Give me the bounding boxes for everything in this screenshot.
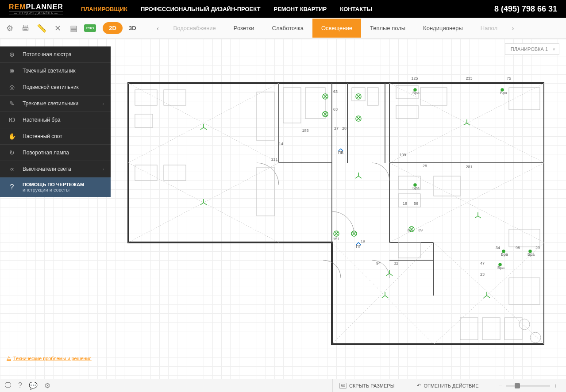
- tools-icon[interactable]: ✕: [52, 23, 63, 34]
- tab-floor[interactable]: Напол: [472, 19, 506, 38]
- tab-lowvoltage[interactable]: Слаботочка: [263, 19, 312, 38]
- tech-problems-link[interactable]: Технические проблемы и решения: [7, 355, 92, 361]
- sidebar-label: Подвесной светильник: [23, 84, 79, 90]
- sidebar-wall-spot[interactable]: ✋ Настенный спот: [0, 128, 111, 145]
- print-icon[interactable]: 🖶: [20, 23, 31, 34]
- svg-line-59: [358, 176, 362, 178]
- floorplan[interactable]: 125 233 75 63 63 185 27 28 14 111 109 28…: [124, 74, 544, 362]
- svg-line-56: [467, 123, 470, 125]
- wallspot-icon: ✋: [7, 133, 17, 140]
- dim-39: 39: [418, 228, 423, 232]
- dim-109: 109: [399, 153, 406, 157]
- nav-design[interactable]: ПРОФЕССИОНАЛЬНЫЙ ДИЗАЙН-ПРОЕКТ: [141, 6, 260, 12]
- svg-rect-30: [305, 88, 325, 119]
- svg-point-46: [519, 319, 530, 330]
- switch-icon: ∝: [7, 165, 17, 173]
- main-nav: ПЛАНИРОВЩИК ПРОФЕССИОНАЛЬНЫЙ ДИЗАЙН-ПРОЕ…: [81, 6, 372, 12]
- sidebar-spotlight[interactable]: ⊗ Точечный светильник: [0, 63, 111, 79]
- dim-23: 23: [480, 272, 485, 277]
- tab-water[interactable]: Водоснабжение: [165, 19, 225, 38]
- label-bra4: Бра: [501, 252, 508, 257]
- svg-line-50: [204, 127, 207, 130]
- svg-rect-45: [509, 278, 540, 304]
- sidebar-label: Поворотная лампа: [23, 150, 69, 156]
- nav-contacts[interactable]: КОНТАКТЫ: [340, 6, 372, 12]
- svg-rect-36: [509, 88, 540, 110]
- dim-32: 32: [394, 261, 398, 265]
- chandelier-icon: ⊛: [7, 51, 17, 58]
- nav-planner[interactable]: ПЛАНИРОВЩИК: [81, 6, 127, 12]
- sidebar-label: Настенный бра: [23, 117, 61, 123]
- sidebar-help[interactable]: ? ПОМОЩЬ ПО ЧЕРТЕЖАМ инструкции и советы: [0, 177, 111, 197]
- svg-line-58: [355, 176, 358, 178]
- sidebar-swivel[interactable]: ↻ Поворотная лампа: [0, 145, 111, 161]
- settings-icon[interactable]: ⚙: [4, 23, 15, 34]
- svg-line-67: [484, 296, 487, 298]
- dim-19: 19: [361, 239, 365, 243]
- logo[interactable]: REMPLANNER — СТУДИЯ ДИЗАЙНА —: [9, 3, 63, 15]
- sidebar-pendant[interactable]: ◎ Подвесной светильник: [0, 79, 111, 96]
- svg-point-47: [530, 332, 541, 343]
- dim-63b: 63: [333, 107, 338, 111]
- undo-button[interactable]: ↶ ОТМЕНИТЬ ДЕЙСТВИЕ: [410, 379, 485, 392]
- view-2d-button[interactable]: 2D: [103, 22, 123, 34]
- sidebar-track[interactable]: ✎ Трековые светильники ›: [0, 96, 111, 112]
- sidebar-switches[interactable]: ∝ Выключатели света ›: [0, 161, 111, 177]
- dim-125: 125: [411, 76, 418, 81]
- dim-56: 56: [414, 201, 418, 206]
- zoom-slider[interactable]: [506, 385, 550, 387]
- svg-line-49: [200, 127, 204, 130]
- phone-number[interactable]: 8 (495) 798 66 31: [494, 4, 557, 14]
- dim-98: 98: [516, 246, 520, 250]
- tabs-left-arrow[interactable]: ‹: [151, 25, 165, 32]
- sidebar-label: Трековые светильники: [23, 100, 78, 107]
- gear-footer-icon[interactable]: ⚙: [44, 381, 50, 390]
- logo-planner: PLANNER: [26, 3, 63, 11]
- hide-dimensions-button[interactable]: 80 СКРЫТЬ РАЗМЕРЫ: [332, 379, 401, 392]
- zoom-in-button[interactable]: +: [554, 382, 557, 389]
- svg-line-68: [487, 296, 490, 298]
- dim-27: 27: [334, 126, 339, 131]
- monitor-icon[interactable]: 🖵: [4, 381, 12, 390]
- toolbar: ⚙ 🖶 📏 ✕ ▤ PRO 2D 3D ‹ Водоснабжение Розе…: [0, 18, 566, 39]
- zoom-out-button[interactable]: −: [499, 382, 502, 389]
- layers-icon[interactable]: ▤: [68, 23, 79, 34]
- sidebar-label: Настенный спот: [23, 133, 62, 139]
- svg-rect-29: [283, 88, 301, 123]
- svg-rect-28: [257, 167, 274, 216]
- tab-sockets[interactable]: Розетки: [225, 19, 263, 38]
- label-bra6: Бра: [497, 265, 504, 270]
- sidebar-label: Выключатели света: [23, 166, 71, 172]
- label-bra1: Бра: [412, 91, 420, 95]
- sidebar-chandelier[interactable]: ⊛ Потолочная люстра: [0, 46, 111, 63]
- track-icon: ✎: [7, 100, 17, 107]
- dim-28b: 28: [423, 164, 427, 168]
- tab-ac[interactable]: Кондиционеры: [414, 19, 472, 38]
- svg-rect-43: [482, 318, 500, 340]
- logo-subtitle: — СТУДИЯ ДИЗАЙНА —: [9, 11, 63, 15]
- nav-repair[interactable]: РЕМОНТ КВАРТИР: [273, 6, 327, 12]
- svg-rect-25: [257, 92, 274, 141]
- pendant-icon: ◎: [7, 84, 17, 91]
- layout-dropdown[interactable]: ПЛАНИРОВКА 1: [505, 43, 559, 55]
- sidebar-bra[interactable]: Ю Настенный бра: [0, 112, 111, 128]
- dim-281: 281: [466, 165, 472, 169]
- undo-label: ОТМЕНИТЬ ДЕЙСТВИЕ: [424, 383, 478, 388]
- dim-75: 75: [507, 76, 511, 81]
- svg-rect-22: [135, 90, 157, 105]
- dim-111: 111: [271, 157, 277, 161]
- pro-badge[interactable]: PRO: [84, 24, 96, 32]
- ruler-icon[interactable]: 📏: [36, 23, 47, 34]
- view-3d-button[interactable]: 3D: [123, 22, 142, 34]
- dim-233: 233: [466, 76, 472, 81]
- label-bra5: Бра: [527, 252, 535, 257]
- svg-rect-44: [504, 318, 522, 340]
- tab-lighting[interactable]: Освещение: [312, 19, 361, 38]
- plan-tabs: ‹ Водоснабжение Розетки Слаботочка Освещ…: [151, 19, 562, 38]
- chat-icon[interactable]: 💬: [29, 381, 38, 390]
- dim-28: 28: [342, 126, 347, 131]
- tab-heating[interactable]: Теплые полы: [361, 19, 414, 38]
- tabs-right-arrow[interactable]: ›: [506, 25, 520, 32]
- svg-line-61: [475, 216, 478, 218]
- help-footer-icon[interactable]: ?: [18, 381, 22, 390]
